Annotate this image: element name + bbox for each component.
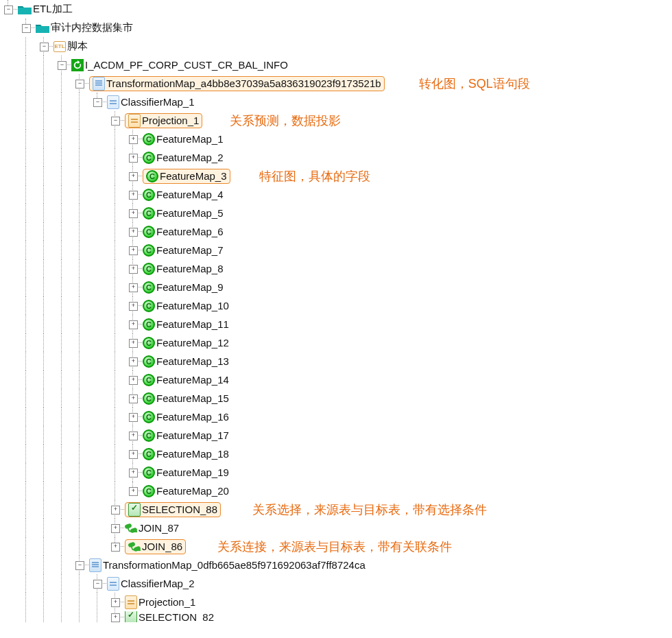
expand-icon[interactable]: + [129, 432, 138, 440]
node-label: FeatureMap_1 [156, 133, 224, 145]
expand-icon[interactable]: + [129, 209, 138, 218]
expand-icon[interactable]: + [129, 154, 138, 163]
tree-node-feature-map[interactable]: +CFeatureMap_5 [0, 204, 672, 222]
expand-icon[interactable]: + [129, 469, 138, 477]
tree-node-feature-map[interactable]: +CFeatureMap_20 [0, 482, 672, 500]
tree-node-selection[interactable]: + SELECTION_82 [0, 611, 672, 622]
expand-icon[interactable]: + [129, 450, 138, 459]
collapse-icon[interactable]: − [93, 98, 102, 107]
feature-icon: C [143, 337, 155, 349]
node-label: FeatureMap_10 [156, 300, 229, 311]
expand-icon[interactable]: + [111, 598, 120, 607]
feature-icon: C [143, 152, 155, 164]
tree-node-join[interactable]: + JOIN_86 关系连接，来源表与目标表，带有关联条件 [0, 537, 672, 556]
feature-icon: C [143, 318, 155, 331]
node-label: FeatureMap_9 [156, 281, 224, 293]
tree-node[interactable]: − I_ACDM_PF_CORP_CUST_CR_BAL_INFO [0, 56, 672, 74]
tree-node-join[interactable]: + JOIN_87 [0, 519, 672, 537]
expand-icon[interactable]: + [129, 135, 138, 144]
expand-icon[interactable]: + [129, 357, 138, 366]
highlighted-node: CFeatureMap_3 [143, 169, 230, 184]
tree-node-feature-map[interactable]: +CFeatureMap_1 [0, 130, 672, 148]
tree-node-feature-map[interactable]: +CFeatureMap_7 [0, 241, 672, 259]
expand-icon[interactable]: + [129, 302, 138, 311]
tree-node-feature-map[interactable]: +CFeatureMap_12 [0, 333, 672, 352]
expand-icon[interactable]: + [129, 487, 138, 496]
tree-node-root[interactable]: − ETL加工 [0, 0, 672, 19]
tree-node-feature-map[interactable]: +CFeatureMap_19 [0, 463, 672, 482]
document-icon [89, 559, 101, 571]
annotation-text: 关系选择，来源表与目标表，带有选择条件 [252, 501, 487, 518]
feature-icon: C [143, 263, 155, 275]
feature-icon: C [143, 226, 155, 238]
expand-icon[interactable]: + [129, 320, 138, 329]
tree-node-feature-map[interactable]: +CFeatureMap_4 [0, 185, 672, 204]
feature-icon: C [143, 485, 155, 497]
collapse-icon[interactable]: − [75, 561, 84, 570]
tree-node-transformation-map[interactable]: − TransformationMap_a4bb8e37039a5a836319… [0, 74, 672, 93]
join-icon [125, 522, 137, 534]
annotation-text: 特征图，具体的字段 [259, 168, 370, 185]
tree-node-feature-map[interactable]: +CFeatureMap_9 [0, 278, 672, 296]
node-label: FeatureMap_7 [156, 244, 224, 256]
annotation-text: 关系预测，数据投影 [230, 113, 341, 129]
folder-icon [36, 22, 49, 34]
tree-node-feature-map[interactable]: +CFeatureMap_2 [0, 148, 672, 167]
tree-node-feature-map[interactable]: +CFeatureMap_15 [0, 389, 672, 407]
expand-icon[interactable]: + [129, 172, 138, 181]
expand-icon[interactable]: + [111, 613, 120, 622]
collapse-icon[interactable]: − [58, 61, 67, 70]
expand-icon[interactable]: + [129, 283, 138, 292]
collapse-icon[interactable]: − [93, 580, 102, 589]
expand-icon[interactable]: + [129, 246, 138, 255]
collapse-icon[interactable]: − [40, 43, 49, 51]
feature-icon: C [143, 133, 155, 145]
tree-node-transformation-map[interactable]: − TransformationMap_0dfb665ae85f97169206… [0, 556, 672, 574]
expand-icon[interactable]: + [129, 191, 138, 200]
annotation-text: 转化图，SQL语句段 [419, 75, 530, 92]
tree-node-feature-map[interactable]: +CFeatureMap_18 [0, 445, 672, 463]
collapse-icon[interactable]: − [111, 117, 120, 126]
node-label: ETL加工 [33, 3, 73, 16]
feature-icon: C [143, 355, 155, 368]
tree-node-selection[interactable]: + SELECTION_88 关系选择，来源表与目标表，带有选择条件 [0, 500, 672, 519]
expand-icon[interactable]: + [129, 228, 138, 237]
tree-node-projection[interactable]: − Projection_1 关系预测，数据投影 [0, 111, 672, 130]
node-label: FeatureMap_6 [156, 226, 224, 237]
expand-icon[interactable]: + [129, 394, 138, 403]
tree-node-feature-map[interactable]: +CFeatureMap_14 [0, 370, 672, 389]
feature-icon: C [143, 300, 155, 312]
collapse-icon[interactable]: − [75, 80, 84, 88]
expand-icon[interactable]: + [111, 524, 120, 533]
tree-node-feature-map[interactable]: +CFeatureMap_8 [0, 259, 672, 278]
expand-icon[interactable]: + [111, 506, 120, 515]
node-label: FeatureMap_14 [156, 374, 229, 386]
tree-node-projection[interactable]: + Projection_1 [0, 593, 672, 611]
folder-icon [18, 3, 32, 16]
tree-node-feature-map[interactable]: +CFeatureMap_17 [0, 426, 672, 445]
expand-icon[interactable]: + [129, 413, 138, 422]
tree-node[interactable]: − ClassifierMap_2 [0, 574, 672, 593]
expand-icon[interactable]: + [129, 339, 138, 348]
tree-node[interactable]: − ETL 脚本 [0, 37, 672, 56]
collapse-icon[interactable]: − [4, 5, 13, 14]
tree-node-feature-map[interactable]: +CFeatureMap_6 [0, 222, 672, 241]
node-label: TransformationMap_0dfb665ae85f971692063a… [103, 559, 365, 571]
tree-node-feature-map[interactable]: +CFeatureMap_10 [0, 296, 672, 315]
tree-view: − ETL加工 − 审计内控数据集市 − ETL 脚本 − I_ACDM_PF_… [0, 0, 672, 622]
expand-icon[interactable]: + [111, 543, 120, 552]
highlighted-node: SELECTION_88 [125, 502, 221, 517]
collapse-icon[interactable]: − [22, 24, 31, 33]
tree-node-feature-map[interactable]: +CFeatureMap_3特征图，具体的字段 [0, 167, 672, 185]
tree-node[interactable]: − ClassifierMap_1 [0, 93, 672, 111]
expand-icon[interactable]: + [129, 265, 138, 274]
node-label: FeatureMap_18 [156, 448, 229, 460]
projection-icon [125, 596, 137, 609]
tree-node-feature-map[interactable]: +CFeatureMap_11 [0, 315, 672, 333]
feature-icon: C [146, 170, 158, 182]
node-label: FeatureMap_8 [156, 263, 224, 274]
tree-node[interactable]: − 审计内控数据集市 [0, 19, 672, 37]
tree-node-feature-map[interactable]: +CFeatureMap_13 [0, 352, 672, 370]
tree-node-feature-map[interactable]: +CFeatureMap_16 [0, 407, 672, 426]
expand-icon[interactable]: + [129, 376, 138, 385]
